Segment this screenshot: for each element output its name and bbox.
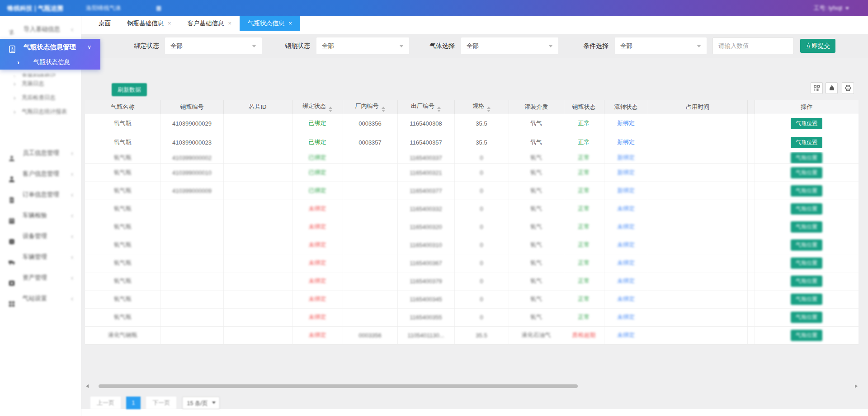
value-input[interactable] bbox=[712, 37, 794, 54]
cell-flow-status[interactable]: 未绑定 bbox=[604, 254, 648, 272]
cylinder-location-button[interactable]: 气瓶位置 bbox=[791, 276, 822, 287]
sidebar-group-customer[interactable]: 客户信息管理‹ bbox=[0, 164, 81, 184]
close-icon[interactable]: × bbox=[288, 20, 292, 27]
cell-flow-status[interactable]: 新绑定 bbox=[604, 182, 648, 200]
order-icon bbox=[8, 191, 15, 198]
cell-flow-status[interactable]: 新绑定 bbox=[604, 133, 648, 152]
chevron-down-icon bbox=[697, 45, 701, 47]
cell-flow-status[interactable]: 未绑定 bbox=[604, 218, 648, 236]
sort-icon[interactable] bbox=[487, 107, 491, 112]
cylinder-location-button[interactable]: 气瓶位置 bbox=[791, 118, 822, 129]
cell-cylinder-code bbox=[160, 308, 223, 326]
sort-icon[interactable] bbox=[382, 107, 385, 112]
cylinder-location-button[interactable]: 气瓶位置 bbox=[791, 312, 822, 323]
condition-select[interactable]: 全部 bbox=[615, 37, 707, 54]
tab-cylinder-status-info[interactable]: 气瓶状态信息× bbox=[240, 16, 300, 31]
cell-flow-status[interactable]: 未绑定 bbox=[604, 326, 648, 344]
cell-flow-status[interactable]: 新绑定 bbox=[604, 164, 648, 182]
cylinder-location-button[interactable]: 气瓶位置 bbox=[791, 152, 822, 164]
sidebar-item-cylinder-status-info[interactable]: › 气瓶状态信息 bbox=[0, 55, 100, 70]
chevron-right-icon: › bbox=[14, 91, 15, 105]
page-size-value: 15 条/页 bbox=[187, 400, 208, 407]
chevron-right-icon: › bbox=[17, 55, 19, 70]
chevron-left-icon: ‹ bbox=[71, 143, 73, 164]
apps-grid-icon[interactable]: ▦ bbox=[156, 5, 163, 12]
page-size-select[interactable]: 15 条/页 bbox=[182, 397, 220, 409]
cell-actions: 气瓶位置 bbox=[755, 200, 859, 218]
cylinder-location-button[interactable]: 气瓶位置 bbox=[791, 167, 822, 178]
tab-cylinder-base-info[interactable]: 钢瓶基础信息× bbox=[119, 16, 179, 31]
sidebar-group-calendar[interactable]: 车辆检验‹ bbox=[0, 205, 81, 226]
cell-name: 氧气瓶 bbox=[85, 152, 160, 164]
column-header[interactable]: 出厂编号 bbox=[397, 100, 454, 114]
cell-flow-status[interactable]: 新绑定 bbox=[604, 114, 648, 133]
next-page-button[interactable]: 下一页 bbox=[146, 397, 176, 409]
cylinder-location-button[interactable]: 气瓶位置 bbox=[791, 239, 822, 251]
print-button[interactable] bbox=[842, 82, 854, 94]
cylinder-location-button[interactable]: 气瓶位置 bbox=[791, 203, 822, 215]
cell-flow-status[interactable]: 未绑定 bbox=[604, 290, 648, 308]
cell-cylinder-code bbox=[160, 272, 223, 290]
cell-spec: 0 bbox=[454, 254, 509, 272]
close-icon[interactable]: × bbox=[168, 20, 171, 27]
cylinder-location-button[interactable]: 气瓶位置 bbox=[791, 294, 822, 305]
sidebar-group-order[interactable]: 订单信息管理‹ bbox=[0, 184, 81, 205]
submit-button[interactable]: 立即提交 bbox=[800, 39, 835, 53]
cell-occupied-time bbox=[648, 290, 747, 308]
sidebar-subitem[interactable]: ›气瓶日志统计报表 bbox=[0, 105, 81, 119]
chevron-left-icon: ‹ bbox=[71, 22, 73, 37]
scroll-left-arrow-icon[interactable] bbox=[86, 384, 89, 388]
sidebar-subitem[interactable]: ›充后检查日志 bbox=[0, 91, 81, 105]
cell-bind-status: 未绑定 bbox=[292, 218, 343, 236]
gas-select[interactable]: 全部 bbox=[461, 37, 558, 54]
cell-out-factory-no: 1165400308 bbox=[397, 114, 454, 133]
prev-page-button[interactable]: 上一页 bbox=[90, 397, 121, 409]
cell-occupied-time bbox=[648, 114, 747, 133]
cell-flow-status[interactable]: 未绑定 bbox=[604, 272, 648, 290]
sidebar-subitem[interactable]: ›充装扫描登记 bbox=[0, 70, 81, 77]
tab-customer-base-info[interactable]: 客户基础信息× bbox=[179, 16, 240, 31]
columns-filter-button[interactable] bbox=[811, 82, 823, 94]
cell-flow-status[interactable]: 未绑定 bbox=[604, 236, 648, 254]
sidebar-group-asset[interactable]: 资产管理‹ bbox=[0, 267, 81, 288]
cell-chip-id bbox=[223, 133, 292, 152]
cylinder-location-button[interactable]: 气瓶位置 bbox=[791, 137, 822, 148]
app-root: 锋线科技 | 气瓶追溯 洛阳锋线气体 ▦ 工号: lyfxqt 导入基础信息 ‹… bbox=[0, 0, 868, 416]
scrollbar-thumb[interactable] bbox=[99, 384, 578, 388]
sidebar-group-cylinder-status-mgmt[interactable]: 气瓶状态信息管理 ∨ bbox=[0, 39, 100, 55]
cell-flow-status[interactable]: 未绑定 bbox=[604, 200, 648, 218]
column-header[interactable]: 厂内编号 bbox=[343, 100, 397, 114]
cylinder-location-button[interactable]: 气瓶位置 bbox=[791, 185, 822, 196]
column-header[interactable]: 规格 bbox=[454, 100, 509, 114]
refresh-data-button[interactable]: 刷新数据 bbox=[112, 83, 147, 96]
sidebar-group-device[interactable]: 设备管理‹ bbox=[0, 226, 81, 247]
close-icon[interactable]: × bbox=[228, 20, 232, 27]
sort-icon[interactable] bbox=[437, 107, 441, 112]
sidebar-group-label: 员工信息管理 bbox=[23, 143, 59, 164]
sidebar-group-vehicle[interactable]: 车辆管理‹ bbox=[0, 247, 81, 267]
user-menu[interactable]: 工号: lyfxqt bbox=[813, 0, 849, 16]
cylinder-location-button[interactable]: 气瓶位置 bbox=[791, 221, 822, 233]
column-header[interactable]: 绑定状态 bbox=[292, 100, 343, 114]
sidebar-subitem[interactable]: ›充装日志 bbox=[0, 77, 81, 91]
cylinder-location-button[interactable]: 气瓶位置 bbox=[791, 257, 822, 269]
cell-bind-status: 未绑定 bbox=[292, 254, 343, 272]
cylinder-location-button[interactable]: 气瓶位置 bbox=[791, 330, 822, 341]
sidebar-group-settings[interactable]: 气站设置‹ bbox=[0, 288, 81, 309]
sidebar-group-users[interactable]: 员工信息管理‹ bbox=[0, 143, 81, 164]
chevron-left-icon: ‹ bbox=[71, 184, 73, 205]
cylinder-status-select[interactable]: 全部 bbox=[316, 37, 409, 54]
cell-flow-status[interactable]: 未绑定 bbox=[604, 308, 648, 326]
station-name[interactable]: 洛阳锋线气体 bbox=[86, 0, 121, 16]
cylinder-status-table: 气瓶名称钢瓶编号芯片ID绑定状态厂内编号出厂编号规格灌装介质钢瓶状态流转状态占用… bbox=[85, 100, 859, 345]
export-button[interactable] bbox=[826, 82, 838, 94]
scroll-right-arrow-icon[interactable] bbox=[855, 384, 858, 388]
cell-flow-status[interactable]: 新绑定 bbox=[604, 152, 648, 164]
sort-icon[interactable] bbox=[329, 107, 332, 112]
tab-desktop[interactable]: 桌面 bbox=[90, 16, 119, 31]
bind-status-select[interactable]: 全部 bbox=[165, 37, 262, 54]
current-page-button[interactable]: 1 bbox=[126, 397, 140, 409]
sidebar-item-import-base-info[interactable]: 导入基础信息 ‹ bbox=[0, 22, 81, 37]
sidebar-group-label: 车辆管理 bbox=[23, 247, 47, 267]
horizontal-scrollbar[interactable] bbox=[85, 384, 859, 388]
